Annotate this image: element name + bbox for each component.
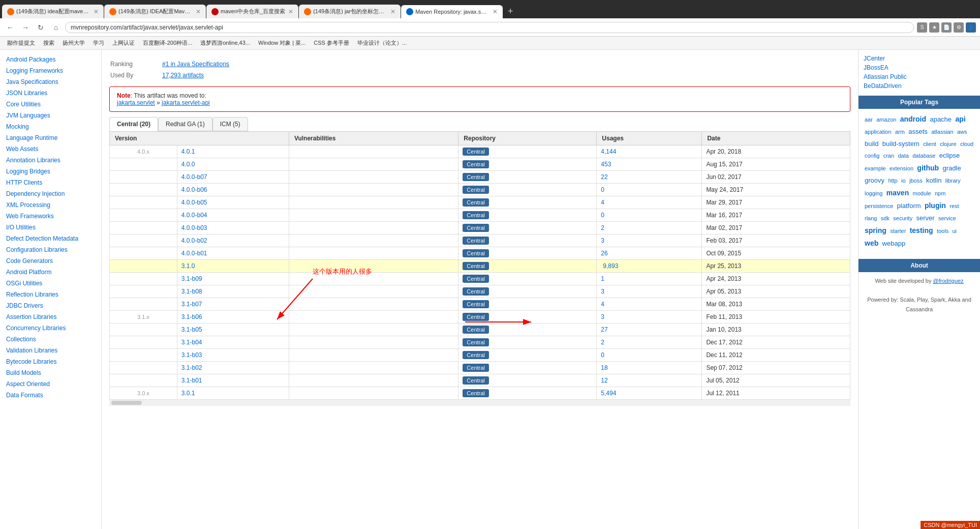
sidebar-item-io-utilities[interactable]: I/O Utilities <box>0 222 101 233</box>
ext-icon-4[interactable]: ⚙ <box>954 22 964 33</box>
home-button[interactable]: ⌂ <box>50 21 62 34</box>
usages-link[interactable]: 3 <box>601 237 604 244</box>
tab-close-1[interactable]: ✕ <box>94 8 99 15</box>
sidebar-item-collections[interactable]: Collections <box>0 334 101 345</box>
usages-link[interactable]: 4,144 <box>601 148 616 155</box>
tag-cloud[interactable]: cloud <box>960 141 973 147</box>
sidebar-item-java-specifications[interactable]: Java Specifications <box>0 76 101 87</box>
tag-web[interactable]: web <box>865 239 878 247</box>
tag-aar[interactable]: aar <box>865 116 873 123</box>
central-badge[interactable]: Central <box>463 249 488 257</box>
version-link[interactable]: 3.0.1 <box>181 390 195 397</box>
usages-link[interactable]: 1 <box>601 275 604 282</box>
usages-link[interactable]: 12 <box>601 377 607 384</box>
right-link-atlassian[interactable]: Atlassian Public <box>859 72 980 81</box>
tag-jboss[interactable]: jboss <box>909 178 923 184</box>
central-badge[interactable]: Central <box>463 351 488 359</box>
central-badge[interactable]: Central <box>463 186 488 194</box>
bookmark-10[interactable]: 毕业设计（论文）... <box>354 38 410 48</box>
tag-assets[interactable]: assets <box>908 128 928 135</box>
tab-5[interactable]: Maven Repository: javax.serv... ✕ <box>401 5 503 18</box>
tab-close-5[interactable]: ✕ <box>493 8 498 15</box>
sidebar-item-logging-bridges[interactable]: Logging Bridges <box>0 166 101 177</box>
sidebar-item-concurrency-libraries[interactable]: Concurrency Libraries <box>0 322 101 334</box>
sidebar-item-dependency-injection[interactable]: Dependency Injection <box>0 188 101 199</box>
tab-redhat-ga[interactable]: Redhat GA (1) <box>158 117 212 131</box>
sidebar-item-aspect-oriented[interactable]: Aspect Oriented <box>0 378 101 390</box>
tag-application[interactable]: application <box>865 129 892 135</box>
url-input[interactable] <box>65 22 914 33</box>
central-badge[interactable]: Central <box>463 160 488 168</box>
tag-build[interactable]: build <box>865 140 878 148</box>
sidebar-item-web-frameworks[interactable]: Web Frameworks <box>0 211 101 222</box>
sidebar-item-annotation-libraries[interactable]: Annotation Libraries <box>0 155 101 166</box>
tag-aws[interactable]: aws <box>957 129 967 135</box>
version-link[interactable]: 3.1-b01 <box>181 377 202 384</box>
tag-tools[interactable]: tools <box>937 228 948 234</box>
tag-library[interactable]: library <box>945 178 961 184</box>
tag-platform[interactable]: platform <box>897 202 921 210</box>
sidebar-item-osgi-utilities[interactable]: OSGi Utilities <box>0 278 101 289</box>
central-badge[interactable]: Central <box>463 338 488 346</box>
usages-link[interactable]: 0 <box>601 212 604 219</box>
sidebar-item-language-runtime[interactable]: Language Runtime <box>0 132 101 143</box>
usages-link[interactable]: 0 <box>601 351 604 359</box>
right-link-bedatadriven[interactable]: BeDataDriven <box>859 81 980 91</box>
version-link[interactable]: 4.0.0 <box>181 161 195 168</box>
tab-1[interactable]: (149条消息) idea配置maven项... ✕ <box>2 5 104 18</box>
tag-example[interactable]: example <box>865 165 886 171</box>
version-link[interactable]: 3.1-b05 <box>181 326 202 333</box>
sidebar-item-web-assets[interactable]: Web Assets <box>0 143 101 155</box>
usages-link[interactable]: 2 <box>601 224 604 231</box>
tab-close-2[interactable]: ✕ <box>196 8 201 15</box>
note-link1[interactable]: jakarta.servlet <box>117 99 155 106</box>
version-link[interactable]: 3.1-b04 <box>181 339 202 346</box>
tag-gradle[interactable]: gradle <box>942 164 961 172</box>
sidebar-item-logging-frameworks[interactable]: Logging Frameworks <box>0 65 101 76</box>
back-button[interactable]: ← <box>4 21 16 34</box>
tag-cran[interactable]: cran <box>883 153 894 159</box>
version-link[interactable]: 3.1-b02 <box>181 364 202 371</box>
tag-extension[interactable]: extension <box>890 165 913 171</box>
tag-plugin[interactable]: plugin <box>925 201 946 210</box>
right-link-jbossea[interactable]: JBossEA <box>859 63 980 72</box>
bookmark-6[interactable]: 百度翻译-200种语... <box>140 38 195 48</box>
usages-link[interactable]: 4 <box>601 199 604 206</box>
tab-2[interactable]: (149条消息) IDEA配置Maven ( ✕ <box>104 5 206 18</box>
sidebar-item-http-clients[interactable]: HTTP Clients <box>0 177 101 188</box>
tag-amazon[interactable]: amazon <box>876 116 896 123</box>
bookmark-4[interactable]: 学习 <box>90 38 107 48</box>
tag-security[interactable]: security <box>893 215 912 221</box>
usages-link[interactable]: 18 <box>601 364 607 371</box>
bookmark-2[interactable]: 搜索 <box>40 38 57 48</box>
tag-sdk[interactable]: sdk <box>881 215 890 221</box>
version-link[interactable]: 4.0.0-b07 <box>181 173 207 181</box>
version-link[interactable]: 3.1-b09 <box>181 275 202 282</box>
horizontal-scrollbar[interactable] <box>109 400 850 406</box>
version-link[interactable]: 4.0.0-b06 <box>181 186 207 193</box>
used-by-link[interactable]: 17,293 artifacts <box>162 72 204 79</box>
version-link[interactable]: 3.1-b06 <box>181 313 202 320</box>
usages-link[interactable]: 27 <box>601 326 607 333</box>
reload-button[interactable]: ↻ <box>35 21 47 34</box>
sidebar-item-configuration-libraries[interactable]: Configuration Libraries <box>0 244 101 255</box>
sidebar-item-data-formats[interactable]: Data Formats <box>0 390 101 401</box>
right-link-jcenter[interactable]: JCenter <box>859 54 980 63</box>
sidebar-item-json-libraries[interactable]: JSON Libraries <box>0 87 101 99</box>
sidebar-item-code-generators[interactable]: Code Generators <box>0 255 101 267</box>
version-link[interactable]: 4.0.0-b03 <box>181 224 207 231</box>
bookmark-5[interactable]: 上网认证 <box>109 38 138 48</box>
tag-arm[interactable]: arm <box>895 129 905 135</box>
forward-button[interactable]: → <box>19 21 32 34</box>
version-link[interactable]: 4.0.0-b04 <box>181 212 207 219</box>
version-link[interactable]: 3.1-b08 <box>181 288 202 295</box>
usages-link[interactable]: 26 <box>601 250 607 257</box>
version-link[interactable]: 4.0.0-b01 <box>181 250 207 257</box>
sidebar-item-android-packages[interactable]: Android Packages <box>0 54 101 65</box>
sidebar-item-jvm-languages[interactable]: JVM Languages <box>0 110 101 121</box>
tag-api[interactable]: api <box>955 115 965 123</box>
bookmark-3[interactable]: 扬州大学 <box>59 38 88 48</box>
tag-maven[interactable]: maven <box>886 189 909 197</box>
tag-eclipse[interactable]: eclipse <box>939 152 960 159</box>
ext-icon-3[interactable]: 📄 <box>941 22 952 33</box>
